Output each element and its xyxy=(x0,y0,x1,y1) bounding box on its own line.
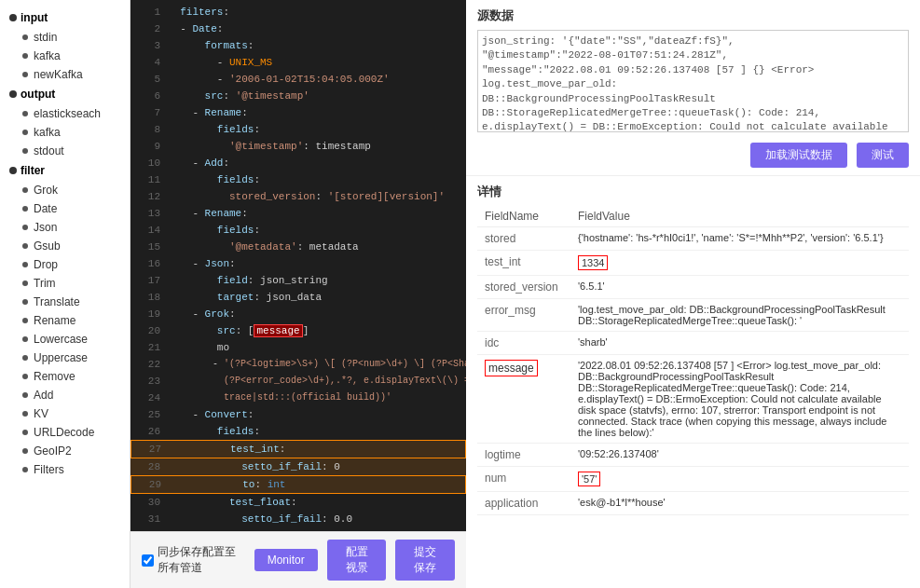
right-panel: 源数据 json_string: '{"date":"SS","dateaZf:… xyxy=(466,0,920,588)
sidebar-item-newkafka[interactable]: newKafka xyxy=(0,65,130,84)
sidebar-item-uppercase[interactable]: Uppercase xyxy=(0,349,130,367)
config-button[interactable]: 配置视景 xyxy=(327,540,387,581)
field-name-cell: application xyxy=(477,492,570,515)
field-name-cell: num xyxy=(477,467,570,492)
sidebar-item-date[interactable]: Date xyxy=(0,199,130,218)
field-value-cell: '57' xyxy=(570,467,909,492)
sidebar-item-drop[interactable]: Drop xyxy=(0,255,130,274)
dot-icon xyxy=(22,53,28,59)
sidebar-item-stdout[interactable]: stdout xyxy=(0,142,130,160)
sidebar-item-grok[interactable]: Grok xyxy=(0,181,130,199)
sidebar-item-translate[interactable]: Translate xyxy=(0,293,130,311)
dot-icon xyxy=(22,111,28,116)
code-line-4: 4 - UNIX_MS xyxy=(130,54,466,71)
code-line-15: 15 '@metadata': metadata xyxy=(130,239,466,255)
field-value-cell: 'log.test_move_par_old: DB::BackgroundPr… xyxy=(570,299,909,332)
sidebar-item-elasticsearch[interactable]: elastickseach xyxy=(0,104,130,123)
sidebar-item-json[interactable]: Json xyxy=(0,218,130,237)
code-line-19: 19 - Grok: xyxy=(130,306,466,322)
code-line-17: 17 field: json_string xyxy=(130,272,466,289)
dot-icon xyxy=(22,243,28,249)
dot-icon xyxy=(22,467,28,472)
code-line-29: 29 to: int xyxy=(130,475,466,494)
sidebar-item-remove[interactable]: Remove xyxy=(0,367,130,386)
sync-checkbox[interactable] xyxy=(142,554,154,567)
sidebar-item-filters[interactable]: Filters xyxy=(0,460,130,479)
load-test-data-button[interactable]: 加载测试数据 xyxy=(750,143,847,168)
table-row: test_int1334 xyxy=(477,251,909,276)
code-line-13: 13 - Rename: xyxy=(130,205,466,222)
sidebar-item-kafka-output[interactable]: kafka xyxy=(0,123,130,142)
sidebar-item-kv[interactable]: KV xyxy=(0,404,130,423)
field-name-cell: test_int xyxy=(477,251,570,276)
bullet-icon xyxy=(9,90,17,98)
code-line-23: 23 (?P<error_code>\d+),.*?, e.displayTex… xyxy=(130,373,466,390)
code-line-11: 11 fields: xyxy=(130,171,466,188)
dot-icon xyxy=(22,187,28,193)
code-bottom-bar: 同步保存配置至所有管道 Monitor 配置视景 提交保存 xyxy=(130,531,466,588)
sidebar-item-add[interactable]: Add xyxy=(0,386,130,404)
code-line-30: 30 test_float: xyxy=(130,494,466,511)
save-button[interactable]: 提交保存 xyxy=(395,540,455,581)
code-line-10: 10 - Add: xyxy=(130,155,466,171)
dot-icon xyxy=(22,392,28,398)
code-line-24: 24 trace|std:::(official build))' xyxy=(130,390,466,406)
sidebar-section-filter: filter xyxy=(0,160,130,181)
sync-checkbox-label[interactable]: 同步保存配置至所有管道 xyxy=(142,544,245,576)
field-name-cell: stored_version xyxy=(477,276,570,299)
dot-icon xyxy=(22,262,28,267)
code-line-21: 21 mo xyxy=(130,339,466,356)
field-value-cell: 1334 xyxy=(570,251,909,276)
sidebar-item-geoip2[interactable]: GeoIP2 xyxy=(0,442,130,460)
dot-icon xyxy=(22,34,28,40)
field-value-cell: '09:52:26.137408' xyxy=(570,444,909,467)
table-row: idc'sharb' xyxy=(477,332,909,355)
field-value-cell: {'hostname': 'hs-*r*hI0ci1!', 'name': 'S… xyxy=(570,227,909,251)
code-line-20: 20 src: [message] xyxy=(130,322,466,339)
code-line-5: 5 - '2006-01-02T15:04:05.000Z' xyxy=(130,71,466,88)
table-row: application'esk@-b1*l**house' xyxy=(477,492,909,515)
code-line-14: 14 fields: xyxy=(130,222,466,239)
table-row: stored{'hostname': 'hs-*r*hI0ci1!', 'nam… xyxy=(477,227,909,251)
details-table: FieldName FieldValue stored{'hostname': … xyxy=(477,206,909,515)
dot-icon xyxy=(22,206,28,212)
dot-icon xyxy=(22,72,28,77)
sidebar-item-urldecode[interactable]: URLDecode xyxy=(0,423,130,442)
sidebar-item-stdin[interactable]: stdin xyxy=(0,28,130,47)
sample-data-textarea[interactable]: json_string: '{"date":"SS","dateaZf:fS}"… xyxy=(477,30,909,132)
field-value-cell: 'esk@-b1*l**house' xyxy=(570,492,909,515)
field-value-cell: '6.5.1' xyxy=(570,276,909,299)
dot-icon xyxy=(22,318,28,323)
col-fieldname: FieldName xyxy=(477,206,570,227)
sample-actions: 加载测试数据 测试 xyxy=(477,143,909,168)
code-line-28: 28 setto_if_fail: 0 xyxy=(130,458,466,475)
table-row: logtime'09:52:26.137408' xyxy=(477,444,909,467)
field-name-cell: stored xyxy=(477,227,570,251)
monitor-button[interactable]: Monitor xyxy=(254,549,318,571)
sample-data-section: 源数据 json_string: '{"date":"SS","dateaZf:… xyxy=(466,0,920,176)
sidebar-item-gsub[interactable]: Gsub xyxy=(0,237,130,255)
dot-icon xyxy=(22,336,28,342)
field-value-cell: 'sharb' xyxy=(570,332,909,355)
sidebar-item-lowercase[interactable]: Lowercase xyxy=(0,330,130,349)
dot-icon xyxy=(22,280,28,286)
bullet-icon xyxy=(9,14,17,21)
field-value-cell: '2022.08.01 09:52:26.137408 [57 ] <Error… xyxy=(570,355,909,444)
sidebar-item-trim[interactable]: Trim xyxy=(0,274,130,293)
sidebar-item-kafka-input[interactable]: kafka xyxy=(0,47,130,65)
value-highlight-label: '57' xyxy=(578,472,600,486)
code-line-12: 12 stored_version: '[stored][version]' xyxy=(130,188,466,205)
code-line-8: 8 fields: xyxy=(130,121,466,138)
field-name-cell: error_msg xyxy=(477,299,570,332)
sidebar-section-input: input xyxy=(0,7,130,28)
value-highlight-label: 1334 xyxy=(578,255,608,270)
code-line-26: 26 fields: xyxy=(130,423,466,440)
code-line-31: 31 setto_if_fail: 0.0 xyxy=(130,511,466,527)
sidebar-item-rename[interactable]: Rename xyxy=(0,311,130,330)
test-button[interactable]: 测试 xyxy=(857,143,909,168)
dot-icon xyxy=(22,130,28,135)
dot-icon xyxy=(22,374,28,379)
table-row: num'57' xyxy=(477,467,909,492)
code-line-3: 3 formats: xyxy=(130,37,466,54)
code-editor[interactable]: 1 filters: 2 - Date: 3 formats: 4 - UNIX… xyxy=(130,0,466,588)
